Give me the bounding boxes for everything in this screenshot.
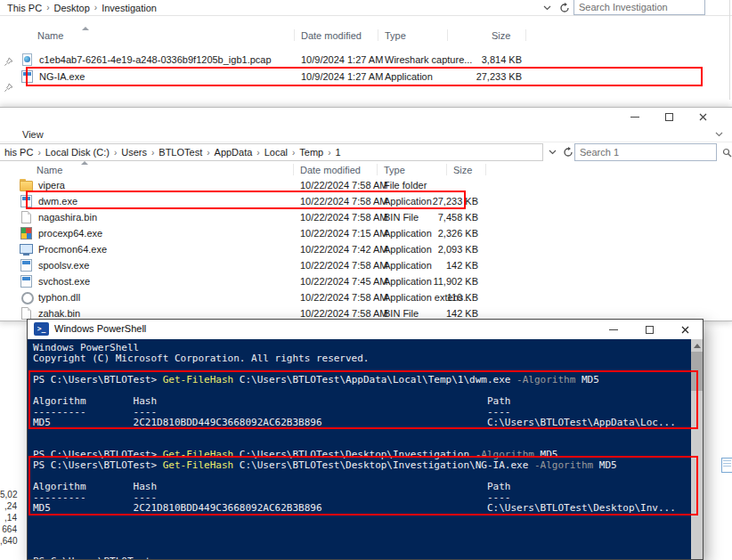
breadcrumb-item[interactable]: Desktop xyxy=(53,3,89,13)
file-name: procexp64.exe xyxy=(38,228,102,239)
window-title: Windows PowerShell xyxy=(54,323,146,334)
file-name: spoolsv.exe xyxy=(38,260,89,271)
file-row[interactable]: nagashira.bin10/22/2024 7:58 AMBIN File7… xyxy=(0,209,732,225)
terminal-line xyxy=(33,535,688,546)
annotation-box-dwm-file xyxy=(26,191,466,209)
column-header-date-modified[interactable]: Date modified xyxy=(300,165,361,175)
breadcrumb-item[interactable]: AppData xyxy=(215,147,253,158)
file-row[interactable]: Procmon64.exe10/22/2024 7:42 AMApplicati… xyxy=(0,241,732,257)
minimize-button[interactable] xyxy=(618,108,652,126)
file-row[interactable]: spoolsv.exe10/22/2024 7:58 AMApplication… xyxy=(0,257,732,273)
column-header-name[interactable]: Name xyxy=(37,165,62,175)
breadcrumb-item[interactable]: Local Disk (C:) xyxy=(45,147,110,158)
terminal-line: PS C:\Users\BTLOTest> xyxy=(33,556,688,559)
refresh-icon[interactable] xyxy=(559,3,570,13)
terminal-text: Copyright (C) Microsoft Corporation. All… xyxy=(33,353,370,364)
close-button[interactable] xyxy=(667,320,703,339)
background-size-fragment: 5,02 xyxy=(0,489,17,500)
background-size-fragment: ,640 xyxy=(0,535,17,547)
address-bar: This PC›Desktop›Investigation Search Inv… xyxy=(0,0,732,16)
ribbon-expand-icon[interactable] xyxy=(715,132,723,137)
pcap-icon xyxy=(20,53,34,66)
file-size: 142 KB xyxy=(396,308,478,319)
title-bar[interactable]: >_ Windows PowerShell xyxy=(28,320,703,339)
address-dropdown-icon[interactable] xyxy=(543,5,551,11)
annotation-box-dwm-hash xyxy=(28,370,698,429)
breadcrumb-separator-icon: › xyxy=(94,3,97,12)
file-size: 2,326 KB xyxy=(396,228,478,239)
breadcrumb-item[interactable]: Temp xyxy=(299,147,323,158)
column-header-date-modified[interactable]: Date modified xyxy=(301,30,362,41)
breadcrumb-separator-icon: › xyxy=(256,148,259,158)
pin-icon xyxy=(4,57,13,67)
background-size-fragment: ,24 xyxy=(0,500,17,512)
breadcrumb: his PC›Local Disk (C:)›Users›BTLOTest›Ap… xyxy=(4,144,341,160)
annotation-box-ngia-file xyxy=(26,67,703,86)
terminal-line: Copyright (C) Microsoft Corporation. All… xyxy=(33,353,688,364)
address-dropdown-icon[interactable] xyxy=(549,150,557,155)
powershell-icon: >_ xyxy=(34,322,49,336)
breadcrumb-item[interactable]: BTLOTest xyxy=(159,147,202,158)
file-size: 2,093 KB xyxy=(396,244,478,255)
close-button[interactable] xyxy=(686,108,720,126)
search-box[interactable]: Search Investigation xyxy=(573,0,705,15)
breadcrumb-item[interactable]: his PC xyxy=(4,147,33,158)
menu-view[interactable]: View xyxy=(22,129,44,140)
breadcrumb-separator-icon: › xyxy=(151,148,154,158)
file-name: Procmon64.exe xyxy=(38,244,107,255)
terminal-line xyxy=(33,524,688,535)
column-header-row: Name Date modified Type Size xyxy=(0,161,732,179)
file-row[interactable]: procexp64.exe10/22/2024 7:15 AMApplicati… xyxy=(0,225,732,241)
file-name: typhon.dll xyxy=(38,292,80,303)
background-size-fragment: 664 xyxy=(0,523,17,535)
file-row[interactable]: typhon.dll10/22/2024 7:58 AMApplication … xyxy=(0,289,732,305)
file-date: 10/22/2024 7:42 AM xyxy=(300,244,387,255)
column-header-row: Name Date modified Type Size xyxy=(0,27,732,45)
address-bar: his PC›Local Disk (C:)›Users›BTLOTest›Ap… xyxy=(0,142,732,162)
file-name: svchost.exe xyxy=(38,276,90,287)
address-field[interactable]: his PC›Local Disk (C:)›Users›BTLOTest›Ap… xyxy=(0,143,543,161)
annotation-box-ngia-hash xyxy=(28,456,698,515)
window-controls xyxy=(618,108,720,126)
minimize-button[interactable] xyxy=(596,320,631,339)
breadcrumb-item[interactable]: Investigation xyxy=(102,3,157,13)
breadcrumb: This PC›Desktop›Investigation xyxy=(7,0,157,15)
scroll-up-icon[interactable] xyxy=(694,344,701,348)
window-controls xyxy=(596,320,703,339)
window-edge xyxy=(729,0,730,100)
file-name: c1eb4ab7-6261-4e19-a248-0336b9f1205b_igb… xyxy=(39,54,272,65)
column-header-name[interactable]: Name xyxy=(37,30,63,41)
breadcrumb-item[interactable]: Users xyxy=(121,147,147,158)
file-size: 11,902 KB xyxy=(396,276,478,287)
search-box[interactable]: Search 1 xyxy=(574,143,717,161)
file-type: File folder xyxy=(384,180,427,191)
search-icon xyxy=(722,148,732,158)
title-bar[interactable] xyxy=(0,108,732,126)
maximize-button[interactable] xyxy=(631,320,667,339)
breadcrumb-item[interactable]: This PC xyxy=(7,3,42,13)
file-date: 10/22/2024 7:58 AM xyxy=(300,180,387,191)
refresh-icon[interactable] xyxy=(563,147,573,158)
breadcrumb-separator-icon: › xyxy=(292,148,295,158)
file-row[interactable]: svchost.exe10/22/2024 7:45 AMApplication… xyxy=(0,273,732,289)
app-icon xyxy=(20,275,33,288)
file-size: 110 KB xyxy=(396,292,478,303)
file-icon xyxy=(20,307,33,320)
breadcrumb-separator-icon: › xyxy=(114,148,117,158)
terminal-text: PS C:\Users\BTLOTest> xyxy=(33,556,157,559)
ribbon-tabs: View xyxy=(0,126,732,142)
background-window-fragment: 5,02,24,14664,640 xyxy=(0,489,17,547)
maximize-button[interactable] xyxy=(652,108,686,126)
breadcrumb-separator-icon: › xyxy=(328,148,330,158)
file-icon xyxy=(20,211,33,223)
column-header-type[interactable]: Type xyxy=(384,165,405,175)
column-header-size[interactable]: Size xyxy=(453,165,472,175)
powershell-window: >_ Windows PowerShell Windows PowerShell… xyxy=(27,319,704,560)
breadcrumb-item[interactable]: 1 xyxy=(336,147,341,158)
breadcrumb-item[interactable]: Local xyxy=(264,147,288,158)
column-header-type[interactable]: Type xyxy=(385,30,406,41)
procmon-icon xyxy=(20,243,33,256)
breadcrumb-separator-icon: › xyxy=(37,148,40,158)
column-header-size[interactable]: Size xyxy=(492,30,510,41)
file-date: 10/22/2024 7:58 AM xyxy=(300,292,387,303)
